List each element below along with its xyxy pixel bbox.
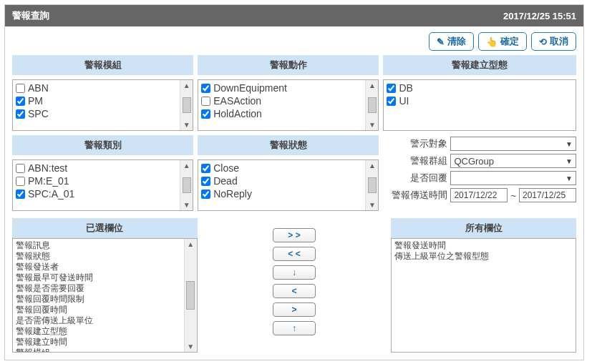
header-build-type: 警報建立型態: [383, 55, 576, 75]
checkbox[interactable]: [387, 84, 396, 93]
list-item[interactable]: 警報發送時間: [394, 240, 573, 251]
list-item-label: PM:E_01: [28, 174, 69, 187]
list-item[interactable]: 是否需傳送上級單位: [16, 315, 181, 326]
list-item[interactable]: 警報建立型態: [16, 326, 181, 337]
filter-panel: 警示對象 ▼ 警報群組 QCGroup ▼ 是否回覆 ▼: [383, 135, 576, 211]
move-right-button[interactable]: > >: [273, 228, 316, 242]
list-item[interactable]: 警報建立時間: [16, 337, 181, 348]
checkbox[interactable]: [387, 97, 396, 106]
header-action: 警報動作: [198, 55, 379, 75]
all-columns-items: 警報發送時間傳送上級單位之警報型態: [392, 239, 576, 352]
build-type-items: DBUI: [384, 80, 576, 130]
date-from-input[interactable]: 2017/12/22: [450, 188, 508, 202]
checkbox[interactable]: [16, 84, 25, 93]
date-separator: ~: [510, 190, 516, 201]
list-item[interactable]: PM:E_01: [16, 174, 177, 187]
list-item[interactable]: 警報狀態: [16, 251, 181, 262]
undo-icon: [539, 36, 547, 47]
list-item[interactable]: 警報回覆時間: [16, 305, 181, 315]
checkbox[interactable]: [201, 164, 210, 173]
action-bar: 清除 確定 取消: [5, 26, 583, 55]
cancel-button[interactable]: 取消: [531, 32, 576, 51]
list-item[interactable]: ABN:test: [16, 162, 177, 174]
checkbox[interactable]: [201, 109, 210, 119]
scrollbar[interactable]: ▲▼: [365, 80, 378, 130]
move-down-button[interactable]: ↓: [273, 265, 316, 280]
window-title: 警報查詢: [12, 9, 49, 22]
move-up-button[interactable]: ↑: [273, 321, 316, 335]
move-left-button[interactable]: < <: [273, 247, 316, 261]
list-item[interactable]: DownEquipment: [201, 82, 362, 94]
list-item[interactable]: 警報最早可發送時間: [16, 272, 181, 283]
target-select[interactable]: ▼: [450, 137, 576, 151]
checkbox[interactable]: [16, 97, 25, 106]
window-datetime: 2017/12/25 15:51: [503, 11, 576, 21]
lower-grid: 已選欄位 警報訊息警報狀態警報發送者警報最早可發送時間警報是否需要回覆警報回覆時…: [5, 218, 583, 360]
list-item[interactable]: PM: [16, 94, 177, 107]
list-item[interactable]: EASAction: [201, 94, 362, 107]
checkbox[interactable]: [201, 177, 210, 186]
clear-label: 清除: [447, 35, 466, 48]
header-selected-cols: 已選欄位: [12, 218, 198, 238]
query-window: 警報查詢 2017/12/25 15:51 清除 確定 取消 警報模組 警報動作…: [4, 4, 584, 360]
checkbox[interactable]: [201, 84, 210, 93]
chevron-down-icon: ▼: [566, 157, 573, 165]
date-to-input[interactable]: 2017/12/25: [519, 188, 576, 202]
list-item[interactable]: 警報是否需要回覆: [16, 283, 181, 294]
module-listbox[interactable]: ABNPMSPC ▲▼: [12, 79, 193, 131]
list-item[interactable]: 警報回覆時間限制: [16, 294, 181, 305]
list-item[interactable]: UI: [387, 94, 573, 107]
checkbox[interactable]: [201, 190, 210, 199]
selected-columns-items: 警報訊息警報狀態警報發送者警報最早可發送時間警報是否需要回覆警報回覆時間限制警報…: [13, 239, 184, 352]
list-item[interactable]: 警報發送者: [16, 262, 181, 272]
list-item[interactable]: SPC: [16, 107, 177, 120]
selected-columns-listbox[interactable]: 警報訊息警報狀態警報發送者警報最早可發送時間警報是否需要回覆警報回覆時間限制警報…: [12, 238, 198, 353]
header-status: 警報狀態: [198, 135, 379, 155]
group-value: QCGroup: [454, 156, 494, 167]
list-item-label: UI: [399, 94, 409, 107]
status-listbox[interactable]: CloseDeadNoReply ▲▼: [198, 159, 379, 211]
list-item[interactable]: Close: [201, 162, 362, 174]
scrollbar[interactable]: ▲▼: [184, 239, 197, 352]
list-item-label: NoReply: [213, 187, 252, 200]
ok-button[interactable]: 確定: [478, 32, 527, 51]
action-listbox[interactable]: DownEquipmentEASActionHoldAction ▲▼: [198, 79, 379, 131]
move-bottom-button[interactable]: >: [273, 302, 316, 317]
checkbox[interactable]: [16, 109, 25, 119]
list-item-label: Close: [213, 162, 239, 174]
list-item[interactable]: 傳送上級單位之警報型態: [394, 251, 573, 262]
list-item[interactable]: SPC:A_01: [16, 187, 177, 200]
eraser-icon: [437, 36, 445, 47]
checkbox[interactable]: [16, 190, 25, 199]
scrollbar[interactable]: ▲▼: [180, 80, 193, 130]
list-item-label: ABN: [28, 82, 49, 94]
move-top-button[interactable]: <: [273, 284, 316, 298]
list-item[interactable]: 警報訊息: [16, 240, 181, 251]
list-item[interactable]: ABN: [16, 82, 177, 94]
list-item[interactable]: 警報模組: [16, 348, 181, 352]
titlebar: 警報查詢 2017/12/25 15:51: [5, 5, 583, 26]
move-buttons: > > < < ↓ < > ↑: [202, 218, 387, 335]
target-label: 警示對象: [383, 137, 447, 150]
category-listbox[interactable]: ABN:testPM:E_01SPC:A_01 ▲▼: [12, 159, 193, 211]
chevron-down-icon: ▼: [566, 140, 573, 148]
upper-grid: 警報模組 警報動作 警報建立型態 ABNPMSPC ▲▼ DownEquipme…: [5, 55, 583, 218]
build-type-listbox[interactable]: DBUI: [383, 79, 576, 131]
scrollbar[interactable]: ▲▼: [180, 160, 193, 210]
checkbox[interactable]: [16, 177, 25, 186]
chevron-down-icon: ▼: [566, 174, 573, 182]
checkbox[interactable]: [16, 164, 25, 173]
checkbox[interactable]: [201, 97, 210, 106]
list-item[interactable]: DB: [387, 82, 573, 94]
list-item[interactable]: HoldAction: [201, 107, 362, 120]
list-item[interactable]: NoReply: [201, 187, 362, 200]
list-item[interactable]: Dead: [201, 174, 362, 187]
group-select[interactable]: QCGroup ▼: [450, 154, 576, 168]
clear-button[interactable]: 清除: [429, 32, 474, 51]
header-module: 警報模組: [12, 55, 193, 75]
selected-columns-panel: 已選欄位 警報訊息警報狀態警報發送者警報最早可發送時間警報是否需要回覆警報回覆時…: [12, 218, 198, 353]
scrollbar[interactable]: ▲▼: [365, 160, 378, 210]
all-columns-listbox[interactable]: 警報發送時間傳送上級單位之警報型態: [391, 238, 576, 353]
header-category: 警報類別: [12, 135, 193, 155]
reply-select[interactable]: ▼: [450, 171, 576, 185]
